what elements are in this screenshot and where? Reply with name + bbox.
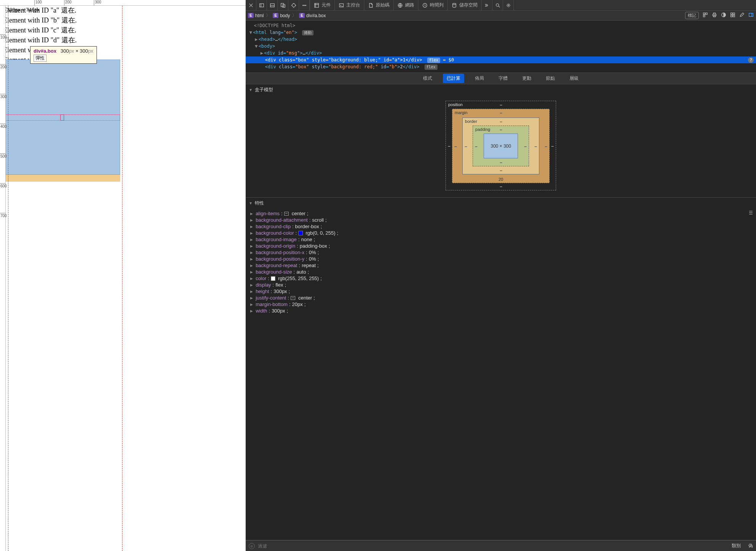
expand-icon[interactable]: ▶: [254, 36, 259, 43]
edit-icon[interactable]: [739, 12, 745, 19]
property-row[interactable]: ▶background-size: auto;: [246, 269, 756, 275]
dom-tree[interactable]: <!DOCTYPE html> ▼<html lang="en"> 捲動 ▶<h…: [246, 21, 756, 73]
flex-pill[interactable]: flex: [427, 58, 440, 63]
dock-bottom-icon[interactable]: [267, 0, 278, 11]
svg-rect-26: [749, 13, 753, 17]
svg-point-4: [292, 3, 295, 7]
property-row[interactable]: ▶align-items: center;: [246, 210, 756, 217]
more-icon[interactable]: [299, 0, 310, 11]
tooltip-height: 300: [80, 48, 88, 54]
subtab-fonts[interactable]: 字體: [495, 74, 512, 83]
svg-rect-22: [731, 13, 732, 14]
svg-point-7: [305, 5, 306, 6]
svg-rect-20: [713, 16, 715, 17]
dom-row[interactable]: <div class="box" style="background: red;…: [246, 63, 756, 70]
property-row[interactable]: ▶background-color: rgb(0, 0, 255);: [246, 230, 756, 236]
section-properties[interactable]: ▼特性: [246, 198, 756, 209]
guide-line: [122, 0, 122, 551]
property-row[interactable]: ▶background-attachment: scroll;: [246, 217, 756, 223]
ruler-vertical: 100200300400500600700: [0, 0, 6, 551]
search-icon[interactable]: [492, 0, 503, 11]
help-icon[interactable]: ?: [748, 57, 754, 63]
tooltip-selector: div#a.box: [34, 48, 56, 54]
layout-tree-icon[interactable]: [703, 12, 708, 19]
subtab-changes[interactable]: 更動: [518, 74, 535, 83]
property-row[interactable]: ▶background-origin: padding-box;: [246, 243, 756, 249]
marker-button[interactable]: 標記: [685, 12, 699, 19]
property-row[interactable]: ▶background-image: none;: [246, 236, 756, 243]
crumb-html[interactable]: Ehtml: [248, 13, 264, 18]
devtools-toolbar: 元件 主控台 原始碼 網路 時間列 儲存空間: [246, 0, 756, 11]
tab-console[interactable]: 主控台: [335, 0, 364, 11]
settings-icon[interactable]: [503, 0, 514, 11]
expand-icon[interactable]: ▶: [259, 50, 264, 56]
filter-icon[interactable]: ⌕: [249, 543, 255, 549]
filter-input[interactable]: [258, 543, 729, 549]
property-row[interactable]: ▶width: 300px;: [246, 308, 756, 314]
property-row[interactable]: ▶justify-content: center;: [246, 295, 756, 301]
flex-pill[interactable]: flex: [425, 64, 438, 70]
property-row[interactable]: ▶background-repeat: repeat;: [246, 262, 756, 269]
svg-rect-8: [315, 3, 319, 7]
viewport-size-badge: 320px × 746px: [7, 7, 40, 13]
responsive-icon[interactable]: [278, 0, 288, 11]
crumb-body[interactable]: Ebody: [273, 13, 290, 18]
svg-rect-25: [733, 15, 735, 17]
property-row[interactable]: ▶background-position-y: 0%;: [246, 256, 756, 262]
svg-rect-16: [706, 13, 707, 14]
box-model-diagram[interactable]: position ‒ ‒ ‒ ‒ margin ‒ 20 ‒ ‒ border …: [246, 95, 756, 197]
svg-rect-17: [703, 15, 705, 17]
dock-left-icon[interactable]: [256, 0, 267, 11]
element-tooltip: div#a.box 300px × 300px 彈性: [30, 46, 97, 64]
grid-icon[interactable]: [730, 12, 735, 19]
flex-item-outline: [60, 114, 64, 121]
tab-timeline[interactable]: 時間列: [418, 0, 448, 11]
property-row[interactable]: ▶display: flex;: [246, 282, 756, 288]
group-label[interactable]: 類別: [732, 543, 741, 549]
subtab-layout[interactable]: 佈局: [471, 74, 488, 83]
sidebar-toggle-icon[interactable]: [748, 12, 754, 19]
contrast-icon[interactable]: [721, 12, 726, 19]
styles-subtabs: 樣式 已計算 佈局 字體 更動 節點 層級: [246, 73, 756, 84]
svg-point-5: [302, 5, 303, 6]
expand-icon[interactable]: ▼: [248, 29, 253, 36]
crumb-selected[interactable]: Ediv#a.box: [299, 13, 326, 18]
property-row[interactable]: ▶margin-bottom: 20px;: [246, 301, 756, 308]
guide-line: [8, 0, 8, 551]
svg-rect-19: [713, 13, 715, 14]
ruler-horizontal: 100200300: [0, 0, 246, 6]
computed-properties[interactable]: ☰ ▶align-items: center;▶background-attac…: [246, 209, 756, 540]
section-box-model[interactable]: ▼盒子模型: [246, 84, 756, 95]
overflow-icon[interactable]: [482, 0, 492, 11]
tooltip-width: 300: [61, 48, 69, 54]
property-row[interactable]: ▶background-position-x: 0%;: [246, 249, 756, 256]
subtab-styles[interactable]: 樣式: [419, 74, 436, 83]
page-preview[interactable]: 100200300 100200300400500600700 320px × …: [0, 0, 246, 551]
subtab-layers[interactable]: 層級: [566, 74, 582, 83]
tab-sources[interactable]: 原始碼: [364, 0, 394, 11]
pseudo-label[interactable]: 偽: [748, 543, 753, 549]
svg-point-14: [508, 5, 509, 6]
property-row[interactable]: ▶background-clip: border-box;: [246, 223, 756, 230]
expand-icon[interactable]: ▼: [254, 43, 259, 50]
svg-rect-1: [270, 3, 274, 7]
subtab-computed[interactable]: 已計算: [443, 74, 464, 83]
pick-element-icon[interactable]: [288, 0, 299, 11]
property-row[interactable]: ▶color: rgb(255, 255, 255);: [246, 275, 756, 282]
svg-rect-15: [703, 13, 705, 14]
subtab-nodes[interactable]: 節點: [542, 74, 559, 83]
svg-point-13: [496, 3, 499, 6]
box-model-content[interactable]: 300 × 300: [484, 134, 518, 158]
tab-network[interactable]: 網路: [394, 0, 418, 11]
svg-point-6: [304, 5, 305, 6]
close-icon[interactable]: [246, 0, 256, 11]
property-row[interactable]: ▶height: 300px;: [246, 288, 756, 295]
svg-rect-24: [731, 15, 732, 17]
dom-row-selected[interactable]: <div class="box" style="background: blue…: [246, 56, 756, 63]
scroll-pill[interactable]: 捲動: [302, 30, 314, 35]
tab-storage[interactable]: 儲存空間: [448, 0, 482, 11]
tab-elements[interactable]: 元件: [310, 0, 335, 11]
print-icon[interactable]: [712, 12, 717, 19]
svg-rect-0: [259, 3, 264, 7]
devtools-panel: 元件 主控台 原始碼 網路 時間列 儲存空間 Ehtml 〉 Ebody 〉 E…: [246, 0, 756, 551]
